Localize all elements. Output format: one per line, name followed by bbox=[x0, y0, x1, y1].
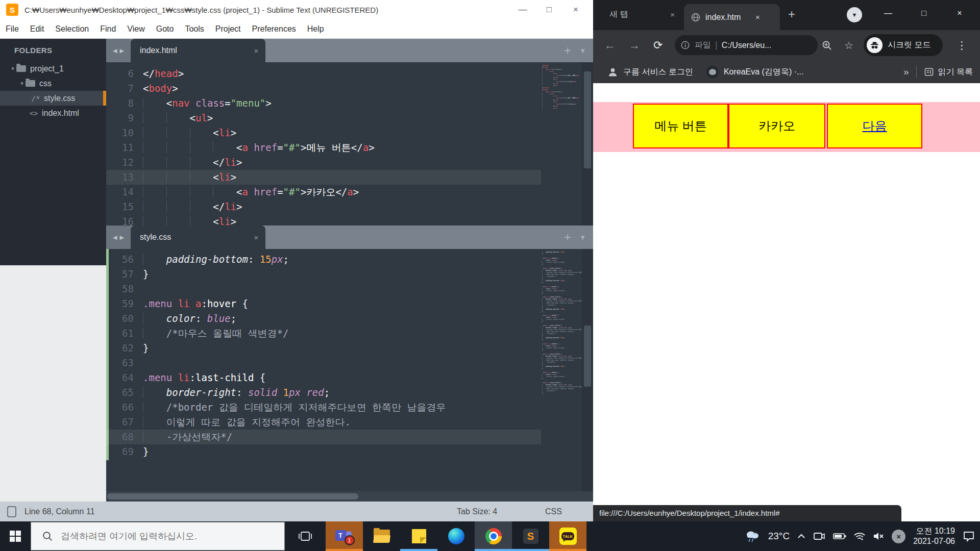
clock[interactable]: 오전 10:19 2021-07-06 bbox=[913, 526, 955, 546]
menu-link-menu-button[interactable]: 메뉴 버튼 bbox=[633, 104, 728, 148]
taskbar-app-sticky-notes[interactable] bbox=[400, 521, 437, 551]
code-line: 57} bbox=[106, 267, 541, 282]
menu-preferences[interactable]: Preferences bbox=[247, 24, 302, 34]
scrollbar-thumb[interactable] bbox=[584, 71, 591, 168]
menu-selection[interactable]: Selection bbox=[50, 24, 94, 34]
tab-search-icon[interactable]: ▼ bbox=[847, 7, 862, 22]
taskbar-app-chrome[interactable] bbox=[475, 521, 512, 551]
taskbar-app-explorer[interactable] bbox=[363, 521, 400, 551]
task-view-button[interactable] bbox=[285, 521, 326, 551]
bookmark-star-icon[interactable]: ☆ bbox=[844, 30, 853, 61]
close-tab-icon[interactable]: × bbox=[670, 10, 675, 19]
sidebar-item-project-1[interactable]: ▾ project_1 bbox=[0, 61, 106, 76]
temperature[interactable]: 23°C bbox=[768, 531, 790, 542]
minimize-icon[interactable]: — bbox=[875, 0, 901, 27]
vertical-scrollbar[interactable] bbox=[582, 249, 593, 491]
close-icon[interactable]: × bbox=[946, 0, 973, 27]
expand-arrow-icon[interactable]: ▾ bbox=[18, 80, 26, 87]
syntax-indicator[interactable]: CSS bbox=[545, 502, 562, 521]
new-tab-icon[interactable]: + bbox=[564, 43, 571, 58]
more-menu-icon[interactable]: ⋮ bbox=[957, 30, 967, 61]
menu-tools[interactable]: Tools bbox=[179, 24, 209, 34]
reading-list-icon[interactable] bbox=[924, 67, 934, 77]
minimize-icon[interactable]: — bbox=[509, 5, 536, 15]
tab-new-tab[interactable]: 새 탭 × bbox=[600, 0, 682, 29]
reading-list-label[interactable]: 읽기 목록 bbox=[938, 67, 973, 78]
menu-find[interactable]: Find bbox=[94, 24, 121, 34]
search-input[interactable] bbox=[60, 531, 284, 542]
menu-goto[interactable]: Goto bbox=[151, 24, 180, 34]
pane-menu-icon[interactable]: ▼ bbox=[579, 47, 586, 55]
minimap-line: <li> bbox=[542, 107, 583, 109]
scrollbar-thumb[interactable] bbox=[107, 493, 358, 499]
maximize-icon[interactable]: □ bbox=[536, 5, 562, 15]
wifi-icon[interactable] bbox=[854, 532, 865, 541]
system-tray: 23°C × bbox=[744, 521, 980, 551]
battery-icon[interactable] bbox=[833, 533, 846, 540]
menu-link-daum[interactable]: 다음 bbox=[827, 104, 922, 148]
maximize-icon[interactable]: □ bbox=[911, 0, 937, 27]
next-tab-icon[interactable]: ▶ bbox=[120, 47, 124, 54]
kakaotalk-icon: TALK bbox=[559, 528, 577, 545]
vertical-scrollbar[interactable] bbox=[582, 62, 593, 226]
close-tab-icon[interactable]: × bbox=[247, 46, 265, 55]
tab-nav-arrows[interactable]: ◀ ▶ bbox=[106, 39, 131, 62]
bookmark-cloud-login[interactable]: 구름 서비스 로그인 bbox=[623, 67, 693, 78]
menu-help[interactable]: Help bbox=[302, 24, 330, 34]
sidebar-item-style-css[interactable]: /* style.css bbox=[0, 91, 106, 106]
scrollbar-thumb[interactable] bbox=[584, 325, 591, 387]
incognito-badge[interactable]: 시크릿 모드 bbox=[864, 34, 943, 56]
weather-icon[interactable] bbox=[744, 530, 761, 543]
reload-icon[interactable]: ⟳ bbox=[653, 30, 663, 61]
onedrive-error-icon[interactable]: × bbox=[892, 530, 905, 543]
tab-style-css[interactable]: style.css × bbox=[131, 226, 265, 249]
horizontal-scrollbar[interactable] bbox=[106, 491, 593, 502]
pane-menu-icon[interactable]: ▼ bbox=[579, 234, 586, 241]
menu-project[interactable]: Project bbox=[210, 24, 247, 34]
prev-tab-icon[interactable]: ◀ bbox=[113, 234, 117, 241]
prev-tab-icon[interactable]: ◀ bbox=[113, 47, 117, 54]
sidebar-item-css[interactable]: ▾ css bbox=[0, 76, 106, 91]
info-icon[interactable] bbox=[681, 41, 690, 49]
bookmark-koreaeva[interactable]: KoreaEva (김영욱) ·... bbox=[724, 67, 803, 78]
taskbar-app-sublime[interactable]: S bbox=[512, 521, 549, 551]
new-tab-icon[interactable]: + bbox=[788, 7, 795, 21]
tab-index-htm[interactable]: index.htm × bbox=[684, 4, 780, 30]
zoom-icon[interactable] bbox=[822, 40, 832, 51]
taskbar-app-edge[interactable] bbox=[437, 521, 475, 551]
close-icon[interactable]: × bbox=[562, 5, 589, 15]
forward-icon[interactable]: → bbox=[629, 30, 640, 61]
sticky-notes-icon bbox=[412, 529, 426, 543]
close-tab-icon[interactable]: × bbox=[755, 13, 760, 21]
menu-file[interactable]: File bbox=[0, 24, 24, 34]
volume-muted-icon[interactable] bbox=[873, 532, 884, 541]
minimap[interactable]: padding-bottom: 15px;} .menu li a:hover … bbox=[541, 249, 584, 457]
bookmarks-overflow-icon[interactable]: » bbox=[903, 66, 909, 78]
tab-index-html[interactable]: index.html × bbox=[131, 39, 265, 62]
taskbar-app-teams[interactable]: T 1 bbox=[326, 521, 363, 551]
back-icon[interactable]: ← bbox=[604, 30, 616, 61]
tray-expand-icon[interactable] bbox=[797, 534, 805, 539]
next-tab-icon[interactable]: ▶ bbox=[120, 234, 124, 241]
close-tab-icon[interactable]: × bbox=[247, 233, 265, 242]
search-box[interactable] bbox=[31, 522, 285, 550]
editor-index-html[interactable]: 6</head>7<body>8 <nav class="menu">9 <ul… bbox=[106, 62, 541, 230]
new-tab-icon[interactable]: + bbox=[564, 230, 571, 244]
menu-edit[interactable]: Edit bbox=[24, 24, 50, 34]
expand-arrow-icon[interactable]: ▾ bbox=[9, 65, 16, 72]
meet-now-icon[interactable] bbox=[813, 532, 825, 541]
vintage-mode-icon[interactable] bbox=[7, 506, 16, 517]
code-line: 15 </li> bbox=[106, 199, 541, 214]
url-text[interactable]: C:/Users/eu... bbox=[722, 41, 772, 50]
tab-nav-arrows[interactable]: ◀ ▶ bbox=[106, 226, 131, 249]
minimap[interactable]: </head><body> <nav class="menu"> <ul> <l… bbox=[541, 62, 584, 168]
menu-link-kakao[interactable]: 카카오 bbox=[728, 104, 825, 148]
action-center-icon[interactable] bbox=[963, 531, 975, 542]
menu-view[interactable]: View bbox=[121, 24, 150, 34]
start-button[interactable] bbox=[0, 521, 31, 551]
sidebar-item-index-html[interactable]: <> index.html bbox=[0, 106, 106, 120]
tab-size-indicator[interactable]: Tab Size: 4 bbox=[457, 502, 497, 521]
taskbar-app-kakaotalk[interactable]: TALK bbox=[549, 521, 586, 551]
address-bar[interactable]: 파일 | C:/Users/eu... bbox=[675, 35, 818, 55]
editor-style-css[interactable]: 56 padding-bottom: 15px;57}5859.menu li … bbox=[106, 249, 541, 494]
